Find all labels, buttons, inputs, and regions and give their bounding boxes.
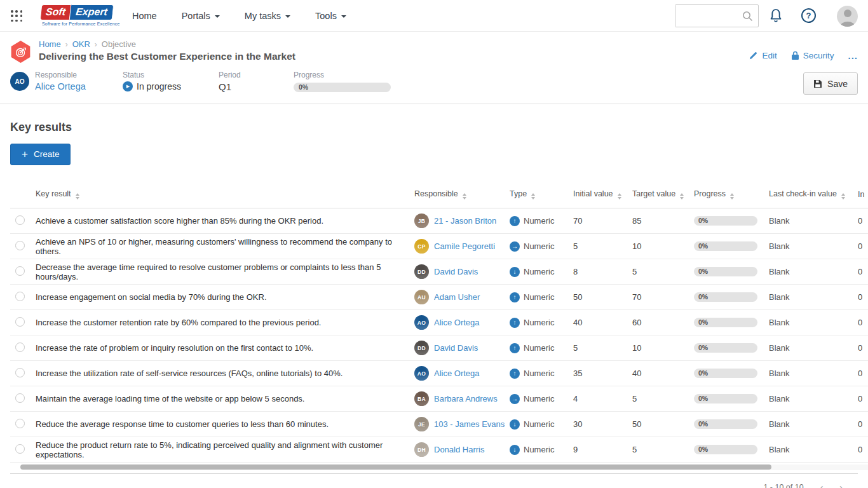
sort-icon[interactable] [841,193,845,200]
responsible-link[interactable]: David Davis [434,343,478,353]
last-checkin-value: Blank [769,361,858,386]
user-avatar[interactable] [837,6,858,27]
create-button[interactable]: + Create [10,144,71,165]
sort-icon[interactable] [76,193,79,200]
scrollbar-thumb[interactable] [20,464,771,470]
target-value: 5 [632,437,694,463]
type-direction-icon: ↑ [510,318,520,328]
type-label: Numeric [524,394,554,403]
responsible-link[interactable]: Donald Harris [434,445,484,454]
breadcrumb-okr[interactable]: OKR [72,39,90,49]
responsible-avatar: AO [10,72,29,91]
header-progress[interactable]: Progress [694,183,769,208]
responsible-link[interactable]: David Davis [434,267,478,276]
pagination-range: 1 - 10 of 10 [763,483,803,488]
initial-value: 50 [573,285,632,310]
page-title: Delivering the Best Customer Experience … [39,51,295,62]
row-radio[interactable] [15,444,25,454]
period-label: Period [219,71,241,79]
type-label: Numeric [524,369,554,378]
type-label: Numeric [524,292,554,302]
type-label: Numeric [524,445,554,454]
row-radio[interactable] [15,292,25,301]
sort-icon[interactable] [463,193,466,200]
responsible-link[interactable]: Camile Pegoretti [434,241,495,251]
search-input[interactable] [675,5,742,27]
save-button[interactable]: Save [803,72,858,95]
responsible-link[interactable]: 21 - Jason Briton [434,216,496,226]
header-key-result[interactable]: Key result [36,183,414,208]
type-direction-icon: → [510,241,520,252]
help-icon[interactable]: ? [801,8,816,23]
breadcrumb-objective: Objective [102,39,136,49]
responsible-link[interactable]: Adam Usher [434,292,480,302]
key-results-table: Key result Responsible Type Initial valu… [10,183,868,463]
target-value: 10 [632,336,694,361]
pagination-next-icon[interactable]: › [839,482,843,488]
responsible-link[interactable]: Barbara Andrews [434,394,498,403]
type-direction-icon: ↑ [510,292,520,302]
table-row: Reduce the product return rate to 5%, in… [10,437,868,463]
horizontal-scrollbar[interactable] [20,464,868,470]
more-actions-button[interactable]: ... [848,53,858,58]
row-radio[interactable] [15,368,25,377]
row-radio[interactable] [15,419,25,428]
type-direction-icon: ↑ [510,216,520,226]
header-type[interactable]: Type [510,183,573,208]
clipped-value: 0 [858,234,868,259]
sort-icon[interactable] [680,193,684,200]
progress-bar: 0% [294,83,391,92]
nav-home[interactable]: Home [132,11,157,21]
search-icon[interactable] [742,11,758,22]
main-nav: Home Portals My tasks Tools [132,0,346,32]
progress-label: Progress [294,71,391,79]
progress-bar: 0% [694,292,757,302]
key-results-table-wrap: Key result Responsible Type Initial valu… [10,183,868,463]
header-responsible[interactable]: Responsible [414,183,510,208]
header-target-value[interactable]: Target value [632,183,694,208]
pagination-prev-icon[interactable]: ‹ [820,482,824,488]
responsible-avatar: DH [414,442,429,457]
summary-progress: Progress 0% [294,71,391,92]
responsible-avatar: JB [414,214,429,228]
header-initial-value[interactable]: Initial value [573,183,632,208]
responsible-link[interactable]: Alice Ortega [35,81,86,92]
table-row: Decrease the average time required to re… [10,259,868,285]
breadcrumb-separator: › [65,40,68,49]
sort-icon[interactable] [531,193,535,200]
row-radio[interactable] [15,266,25,276]
breadcrumb-home[interactable]: Home [39,39,61,49]
nav-tools[interactable]: Tools [315,11,346,21]
sort-icon[interactable] [618,193,621,200]
notifications-bell-icon[interactable] [769,8,783,26]
row-radio[interactable] [15,393,25,403]
nav-portals[interactable]: Portals [182,11,220,21]
type-label: Numeric [524,267,554,276]
sort-icon[interactable] [730,193,734,200]
last-checkin-value: Blank [769,259,858,285]
row-radio[interactable] [15,241,25,250]
responsible-link[interactable]: 103 - James Evans [434,419,505,429]
header-last-checkin[interactable]: Last check-in value [769,183,858,208]
responsible-link[interactable]: Alice Ortega [434,318,480,327]
last-checkin-value: Blank [769,234,858,259]
nav-my-tasks[interactable]: My tasks [245,11,290,21]
responsible-link[interactable]: Alice Ortega [434,369,480,378]
header-clipped[interactable]: In [858,183,868,208]
key-result-text: Reduce the product return rate to 5%, in… [36,440,383,459]
edit-button[interactable]: Edit [749,51,776,60]
row-radio[interactable] [15,342,25,352]
status-value: In progress [137,81,181,92]
key-result-text: Maintain the average loading time of the… [36,394,304,403]
responsible-avatar: DD [414,341,429,355]
key-result-text: Decrease the average time required to re… [36,262,381,281]
row-radio[interactable] [15,317,25,327]
row-radio[interactable] [15,215,25,225]
table-row: Increase engagement on social media by 7… [10,285,868,310]
apps-grid-icon[interactable] [11,10,23,22]
table-row: Reduce the average response time to cust… [10,412,868,437]
logo-expert: Expert [70,4,114,20]
progress-bar: 0% [694,216,757,226]
security-button[interactable]: Security [791,51,834,60]
responsible-avatar: JE [414,417,429,431]
